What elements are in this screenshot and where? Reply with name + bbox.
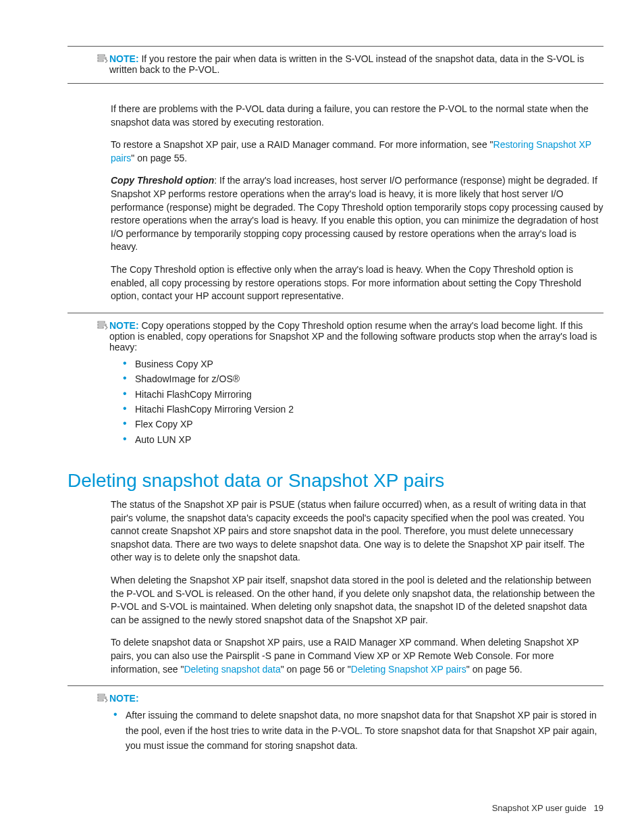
note-text: If you restore the pair when data is wri… [109, 53, 584, 75]
footer-title: Snapshot XP user guide [492, 803, 587, 813]
list-item: Business Copy XP [123, 357, 603, 371]
divider [68, 83, 603, 84]
body-paragraph: To delete snapshot data or Snapshot XP p… [111, 636, 603, 676]
note-label: NOTE: [109, 53, 139, 64]
note-bullet-list: After issuing the command to delete snap… [109, 708, 603, 753]
section-heading: Deleting snapshot data or Snapshot XP pa… [68, 470, 603, 492]
list-item: Flex Copy XP [123, 417, 603, 432]
divider [68, 46, 603, 47]
note-icon [97, 693, 109, 760]
divider [68, 313, 603, 313]
note-label: NOTE: [109, 693, 139, 704]
document-page: NOTE: If you restore the pair when data … [0, 0, 644, 834]
body-paragraph: The status of the Snapshot XP pair is PS… [111, 498, 603, 565]
body-paragraph: If there are problems with the P-VOL dat… [111, 103, 603, 129]
body-paragraph: The Copy Threshold option is effective o… [111, 263, 603, 303]
note-icon [97, 53, 109, 75]
link-deleting-snapshot-data[interactable]: Deleting snapshot data [184, 664, 280, 675]
note-text: Copy operations stopped by the Copy Thre… [109, 320, 597, 353]
page-footer: Snapshot XP user guide 19 [68, 803, 603, 813]
software-list: Business Copy XP ShadowImage for z/OS® H… [109, 357, 603, 447]
body-paragraph: When deleting the Snapshot XP pair itsel… [111, 574, 603, 627]
note-block-3: NOTE: After issuing the command to delet… [68, 685, 603, 762]
body-paragraph: Copy Threshold option: If the array's lo… [111, 174, 603, 254]
note-block-1: NOTE: If you restore the pair when data … [68, 46, 603, 84]
option-name: Copy Threshold option [111, 175, 214, 186]
list-item: Hitachi FlashCopy Mirroring [123, 387, 603, 402]
note-block-2: NOTE: Copy operations stopped by the Cop… [68, 313, 603, 454]
list-item: After issuing the command to delete snap… [113, 708, 603, 753]
divider [68, 685, 603, 686]
list-item: ShadowImage for z/OS® [123, 371, 603, 386]
link-deleting-snapshot-xp-pairs[interactable]: Deleting Snapshot XP pairs [351, 664, 466, 675]
body-paragraph: To restore a Snapshot XP pair, use a RAI… [111, 138, 603, 165]
list-item: Auto LUN XP [123, 432, 603, 447]
page-number: 19 [594, 803, 603, 813]
list-item: Hitachi FlashCopy Mirroring Version 2 [123, 402, 603, 417]
note-icon [97, 320, 109, 454]
note-label: NOTE: [109, 320, 139, 331]
